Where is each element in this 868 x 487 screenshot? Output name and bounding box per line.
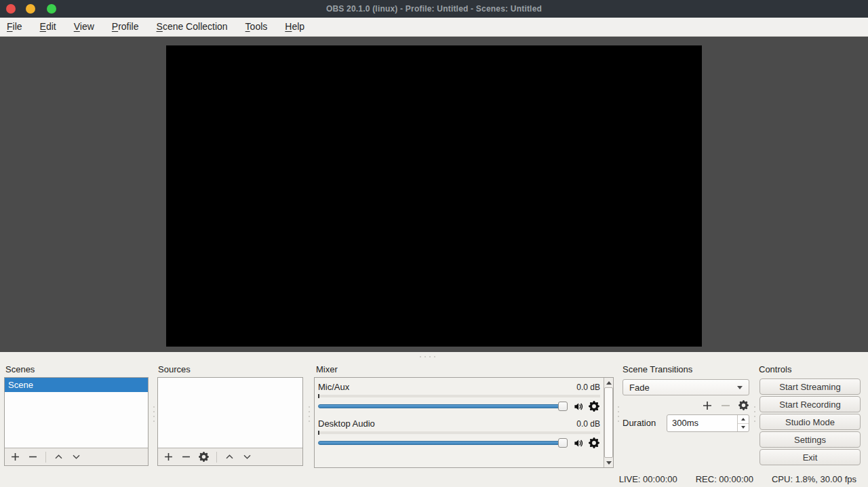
- mixer-channel-level: 0.0 dB: [576, 383, 600, 392]
- transition-selected-value: Fade: [629, 383, 650, 393]
- exit-button[interactable]: Exit: [760, 449, 861, 465]
- rec-time: REC: 00:00:00: [696, 474, 753, 484]
- sources-panel-title: Sources: [158, 364, 191, 374]
- remove-source-button[interactable]: [180, 451, 192, 463]
- live-time: LIVE: 00:00:00: [619, 474, 677, 484]
- scroll-down-arrow-icon[interactable]: [604, 458, 613, 467]
- minimize-window-button[interactable]: [26, 4, 35, 14]
- duration-spinbox[interactable]: 300ms: [667, 414, 749, 432]
- scenes-list-area[interactable]: Scene: [5, 378, 148, 448]
- dock-splitter-handle[interactable]: [420, 356, 435, 357]
- add-source-button[interactable]: [163, 451, 174, 463]
- move-scene-up-button[interactable]: [53, 451, 64, 463]
- volume-slider[interactable]: [318, 401, 568, 412]
- scenes-list: Scene: [4, 377, 149, 466]
- transition-buttons: [623, 400, 749, 411]
- spinner-down-button[interactable]: [738, 424, 749, 432]
- obs-window: OBS 20.1.0 (linux) - Profile: Untitled -…: [0, 0, 868, 487]
- scenes-toolbar: [5, 448, 148, 465]
- mixer-channel-level: 0.0 dB: [576, 419, 600, 429]
- toolbar-separator: [45, 452, 46, 463]
- title-bar: OBS 20.1.0 (linux) - Profile: Untitled -…: [0, 0, 868, 18]
- cpu-fps: CPU: 1.8%, 30.00 fps: [772, 474, 856, 484]
- menu-tools[interactable]: Tools: [237, 18, 277, 36]
- start-streaming-button[interactable]: Start Streaming: [760, 378, 861, 395]
- menu-profile[interactable]: Profile: [103, 18, 148, 36]
- chevron-down-icon: [737, 386, 743, 389]
- volume-slider-track: [318, 404, 566, 408]
- sources-list-area[interactable]: [158, 378, 302, 448]
- transition-select[interactable]: Fade: [623, 379, 749, 395]
- channel-settings-gear-icon[interactable]: [589, 437, 600, 449]
- transitions-controls-splitter[interactable]: [754, 406, 755, 422]
- scenes-sources-splitter[interactable]: [153, 406, 155, 422]
- remove-scene-button[interactable]: [27, 451, 39, 463]
- source-properties-gear-icon[interactable]: [198, 451, 210, 463]
- scrollbar-thumb[interactable]: [604, 387, 613, 458]
- menu-help[interactable]: Help: [276, 18, 313, 36]
- move-source-down-button[interactable]: [241, 451, 253, 463]
- scene-list-item[interactable]: Scene: [5, 378, 148, 392]
- dock-area: Scenes Scene Sources: [0, 352, 868, 471]
- preview-area: [0, 37, 868, 352]
- mixer-transitions-splitter[interactable]: [618, 406, 619, 422]
- mixer-channel-mic-aux: Mic/Aux 0.0 dB: [318, 382, 600, 412]
- controls-panel-title: Controls: [759, 364, 791, 374]
- menu-file[interactable]: File: [0, 18, 31, 36]
- transitions-panel-title: Scene Transitions: [623, 364, 692, 374]
- sources-list: [157, 377, 303, 466]
- volume-meter: [318, 395, 600, 397]
- menu-edit[interactable]: Edit: [31, 18, 65, 36]
- duration-value[interactable]: 300ms: [667, 415, 737, 431]
- volume-slider-handle[interactable]: [558, 438, 568, 448]
- preview-canvas[interactable]: [166, 45, 702, 347]
- volume-slider-handle[interactable]: [558, 402, 568, 411]
- menu-bar: File Edit View Profile Scene Collection …: [0, 18, 868, 37]
- start-recording-button[interactable]: Start Recording: [760, 396, 861, 412]
- volume-slider-track: [318, 441, 566, 445]
- sources-toolbar: [158, 448, 302, 465]
- spinner-column: [737, 415, 749, 431]
- toolbar-separator: [216, 452, 217, 463]
- volume-meter: [318, 431, 600, 434]
- settings-button[interactable]: Settings: [760, 431, 861, 448]
- mute-speaker-icon[interactable]: [572, 437, 584, 449]
- mixer-channel-name: Desktop Audio: [318, 418, 375, 429]
- menu-view[interactable]: View: [65, 18, 103, 36]
- add-scene-button[interactable]: [9, 451, 21, 463]
- mixer-scrollbar[interactable]: [604, 378, 613, 467]
- transition-properties-gear-icon[interactable]: [738, 400, 749, 411]
- spinner-up-button[interactable]: [738, 415, 749, 424]
- move-source-up-button[interactable]: [224, 451, 235, 463]
- window-title: OBS 20.1.0 (linux) - Profile: Untitled -…: [0, 4, 868, 14]
- scroll-up-arrow-icon[interactable]: [604, 378, 613, 387]
- maximize-window-button[interactable]: [47, 4, 56, 14]
- mixer-channel-name: Mic/Aux: [318, 382, 349, 392]
- duration-label: Duration: [623, 418, 656, 428]
- menu-scene-collection[interactable]: Scene Collection: [148, 18, 237, 36]
- mixer-panel: Mic/Aux 0.0 dB Deskto: [314, 377, 614, 468]
- close-window-button[interactable]: [6, 4, 16, 14]
- remove-transition-button: [719, 400, 731, 411]
- channel-settings-gear-icon[interactable]: [589, 401, 600, 412]
- studio-mode-button[interactable]: Studio Mode: [760, 414, 861, 430]
- sources-mixer-splitter[interactable]: [309, 406, 310, 422]
- move-scene-down-button[interactable]: [71, 451, 82, 463]
- status-bar: LIVE: 00:00:00 REC: 00:00:00 CPU: 1.8%, …: [0, 471, 868, 487]
- mixer-panel-title: Mixer: [316, 364, 338, 374]
- add-transition-button[interactable]: [701, 400, 713, 411]
- mute-speaker-icon[interactable]: [572, 401, 584, 412]
- volume-slider[interactable]: [318, 437, 568, 448]
- mixer-channel-desktop-audio: Desktop Audio 0.0 dB: [318, 418, 600, 448]
- scenes-panel-title: Scenes: [5, 364, 35, 374]
